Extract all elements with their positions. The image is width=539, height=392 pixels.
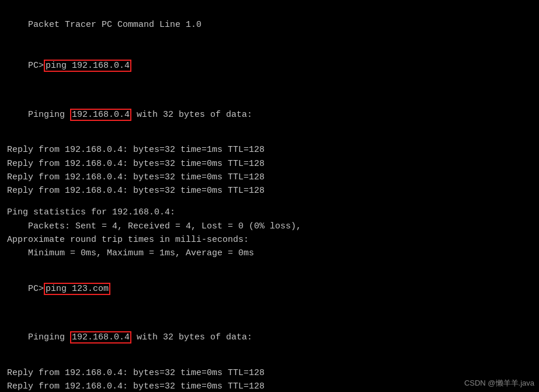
gap-2 xyxy=(7,135,532,143)
stats-rtt-header-1: Approximate round trip times in milli-se… xyxy=(7,233,532,247)
command-highlight-1: ping 192.168.0.4 xyxy=(44,60,131,72)
pinging-line-1: Pinging 192.168.0.4 with 32 bytes of dat… xyxy=(7,95,532,136)
reply-line-5: Reply from 192.168.0.4: bytes=32 time=0m… xyxy=(7,366,532,380)
pinging-line-2: Pinging 192.168.0.4 with 32 bytes of dat… xyxy=(7,317,532,358)
gap-6 xyxy=(7,358,532,366)
stats-header-1: Ping statistics for 192.168.0.4: xyxy=(7,206,532,219)
gap-4 xyxy=(7,260,532,268)
reply-line-3: Reply from 192.168.0.4: bytes=32 time=0m… xyxy=(7,171,532,184)
command-highlight-2: ping 123.com xyxy=(44,283,110,295)
command-line-2: PC>ping 123.com xyxy=(7,268,532,309)
stats-packets-1: Packets: Sent = 4, Received = 4, Lost = … xyxy=(7,220,532,233)
gap-1 xyxy=(7,86,532,95)
terminal-window: Packet Tracer PC Command Line 1.0 PC>pin… xyxy=(0,0,539,392)
reply-line-1: Reply from 192.168.0.4: bytes=32 time=1m… xyxy=(7,143,532,157)
reply-line-4: Reply from 192.168.0.4: bytes=32 time=0m… xyxy=(7,184,532,197)
watermark: CSDN @懒羊羊.java xyxy=(464,378,534,388)
gap-5 xyxy=(7,309,532,317)
ip-highlight-1: 192.168.0.4 xyxy=(70,109,131,121)
stats-rtt-values-1: Minimum = 0ms, Maximum = 1ms, Average = … xyxy=(7,247,532,260)
prompt-2: PC> xyxy=(28,284,44,294)
gap-3 xyxy=(7,197,532,206)
command-line-1: PC>ping 192.168.0.4 xyxy=(7,46,532,86)
reply-line-6: Reply from 192.168.0.4: bytes=32 time=0m… xyxy=(7,380,532,392)
terminal-header: Packet Tracer PC Command Line 1.0 xyxy=(7,5,532,46)
prompt-1: PC> xyxy=(28,61,44,71)
ip-highlight-2: 192.168.0.4 xyxy=(70,331,131,344)
reply-line-2: Reply from 192.168.0.4: bytes=32 time=0m… xyxy=(7,157,532,171)
